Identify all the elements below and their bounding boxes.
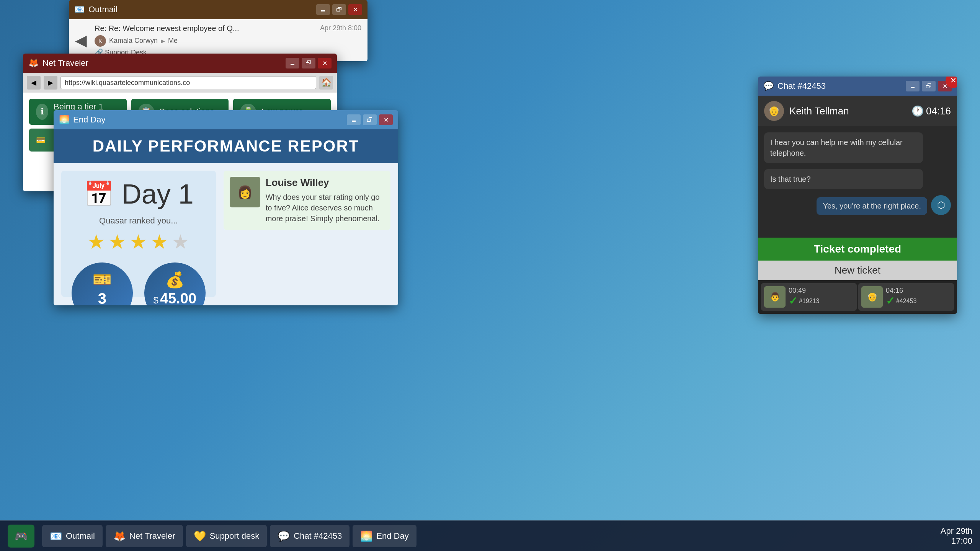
metrics-row: 🎫 3 Tickets completed 💰 $ 45.00 Income [72, 262, 206, 305]
taskbar-endday-icon: 🌅 [360, 530, 372, 542]
income-dollar: $ [154, 295, 158, 305]
endday-window: 🌅 End Day 🗕 🗗 ✕ DAILY PERFORMANCE REPORT… [54, 110, 398, 305]
star-4: ★ [150, 230, 168, 253]
ticket-1-check-icon: ✓ [789, 295, 797, 307]
testimonial-text: Why does your star rating only go to fiv… [266, 192, 384, 224]
nettraveler-minimize-btn[interactable]: 🗕 [286, 58, 299, 68]
taskbar-chat-label: Chat #42453 [294, 531, 342, 541]
report-right: 👩 Louise Willey Why does your star ratin… [224, 171, 390, 297]
taskbar-chat[interactable]: 💬 Chat #42453 [270, 525, 350, 547]
taskbar-start-btn[interactable]: 🎮 [8, 525, 34, 548]
taskbar-outmail-icon: 📧 [50, 530, 62, 542]
outmail-close-btn[interactable]: ✕ [348, 4, 362, 15]
chat-restore-btn[interactable]: 🗗 [922, 81, 936, 91]
outmail-date: Apr 29th 8:00 [320, 24, 361, 32]
nav-forward-btn[interactable]: ▶ [44, 76, 57, 90]
address-bar[interactable]: https://wiki.quasartelecommunications.co [60, 76, 316, 89]
endday-title: End Day [73, 115, 105, 125]
extra1-icon: 💳 [36, 135, 46, 145]
outmail-from: K Kamala Corwyn ▶ Me [95, 35, 361, 47]
ticket-thumb-2[interactable]: 👴 04:16 ✓ #42453 [858, 283, 954, 311]
send-icon[interactable]: ⬡ [931, 195, 951, 215]
endday-controls: 🗕 🗗 ✕ [347, 114, 393, 125]
taskbar-time: 17:00 [941, 536, 972, 546]
nettraveler-close-btn[interactable]: ✕ [318, 58, 332, 68]
chat-tickets-row: 👨 00:49 ✓ #19213 👴 04:16 ✓ #42453 [758, 280, 957, 314]
chat-title: Chat #42453 [777, 81, 826, 91]
report-title: DAILY PERFORMANCE REPORT [93, 137, 359, 155]
day-text: Day 1 [122, 178, 194, 210]
chat-complete-btn[interactable]: Ticket completed [758, 238, 957, 261]
ticket-thumb-1[interactable]: 👨 00:49 ✓ #19213 [761, 283, 857, 311]
report-header: DAILY PERFORMANCE REPORT [54, 129, 398, 163]
msg-3-text: Yes, you're at the right place. [823, 202, 921, 210]
outmail-recipient: Me [168, 37, 178, 45]
clock-icon: 🕐 [911, 105, 924, 117]
stars-display: ★ ★ ★ ★ ★ [87, 230, 189, 253]
nav-back-btn[interactable]: ◀ [27, 76, 41, 90]
taskbar-chat-icon: 💬 [278, 530, 290, 542]
msg-2-text: Is that true? [770, 175, 811, 183]
endday-restore-btn[interactable]: 🗗 [363, 114, 377, 125]
income-metric: 💰 $ 45.00 Income [144, 262, 206, 305]
ticket-1-status: ✓ #19213 [789, 295, 819, 307]
taskbar: 🎮 📧 Outmail 🦊 Net Traveler 💛 Support des… [0, 520, 980, 551]
income-amount: 45.00 [160, 290, 196, 305]
taskbar-nettraveler-icon: 🦊 [113, 530, 126, 542]
taskbar-outmail-label: Outmail [66, 531, 95, 541]
ticket-2-avatar: 👴 [861, 286, 883, 308]
star-5: ★ [172, 230, 189, 253]
chat-contact-avatar: 👴 [764, 101, 784, 121]
report-left: 📅 Day 1 Quasar ranked you... ★ ★ ★ ★ ★ 🎫… [61, 171, 216, 297]
chat-window: 💬 Chat #42453 🗕 🗗 ✕ 👴 Keith Tellman 🕐 04… [758, 77, 957, 314]
tickets-icon: 🎫 [93, 271, 112, 289]
chat-minimize-btn[interactable]: 🗕 [906, 81, 920, 91]
nettraveler-titlebar: 🦊 Net Traveler 🗕 🗗 ✕ [23, 54, 337, 73]
msg-1-text: I hear you can help me with my cellular … [770, 138, 903, 157]
url-text: https://wiki.quasartelecommunications.co [65, 79, 190, 87]
taskbar-nettraveler[interactable]: 🦊 Net Traveler [106, 525, 183, 547]
outmail-titlebar: 📧 Outmail 🗕 🗗 ✕ [69, 0, 368, 19]
outmail-content: Re: Re: Welcome newest employee of Q... … [95, 24, 361, 57]
taskbar-outmail[interactable]: 📧 Outmail [42, 525, 103, 547]
outmail-minimize-btn[interactable]: 🗕 [316, 4, 330, 15]
taskbar-support[interactable]: 💛 Support desk [186, 525, 267, 547]
chat-header: 👴 Keith Tellman 🕐 04:16 [758, 96, 957, 126]
taskbar-endday[interactable]: 🌅 End Day [353, 525, 416, 547]
day-display: 📅 Day 1 [83, 178, 194, 210]
home-btn[interactable]: 🏠 [319, 76, 333, 90]
msg-2: Is that true? [764, 169, 923, 189]
msg-1: I hear you can help me with my cellular … [764, 132, 923, 163]
outmail-restore-btn[interactable]: 🗗 [332, 4, 346, 15]
testimonial-content: Louise Willey Why does your star rating … [266, 177, 384, 224]
nettraveler-restore-btn[interactable]: 🗗 [302, 58, 315, 68]
chat-time-value: 04:16 [926, 105, 951, 117]
taskbar-endday-label: End Day [376, 531, 408, 541]
quasar-ranked-text: Quasar ranked you... [99, 216, 178, 226]
income-icon: 💰 [165, 271, 185, 289]
msg-3-row: Yes, you're at the right place. ⬡ [764, 195, 951, 215]
taskbar-date: Apr 29th [941, 526, 972, 536]
outmail-icon: 📧 [74, 5, 85, 15]
testimonial-box: 👩 Louise Willey Why does your star ratin… [224, 171, 390, 230]
outmail-back-btn[interactable]: ◀ [75, 31, 87, 49]
chat-new-ticket-btn[interactable]: New ticket [758, 261, 957, 280]
outmail-arrow-icon: ▶ [161, 38, 165, 44]
nettraveler-toolbar: ◀ ▶ https://wiki.quasartelecommunication… [23, 73, 337, 93]
endday-minimize-btn[interactable]: 🗕 [347, 114, 361, 125]
nettraveler-controls: 🗕 🗗 ✕ [286, 58, 332, 68]
ticket-2-info: 04:16 ✓ #42453 [886, 287, 916, 307]
ticket-2-time: 04:16 [886, 287, 916, 295]
ticket-1-avatar: 👨 [764, 286, 786, 308]
ticket-1-id: #19213 [799, 298, 819, 305]
endday-close-btn[interactable]: ✕ [379, 114, 393, 125]
chat-controls: 🗕 🗗 ✕ [906, 81, 952, 91]
outmail-sender-name: Kamala Corwyn [109, 37, 158, 45]
star-3: ★ [129, 230, 147, 253]
ticket-2-id: #42453 [896, 298, 916, 305]
income-row: $ 45.00 [154, 290, 196, 305]
chat-titlebar: 💬 Chat #42453 🗕 🗗 ✕ [758, 77, 957, 96]
ticket-1-info: 00:49 ✓ #19213 [789, 287, 819, 307]
star-2: ★ [108, 230, 126, 253]
outmail-window: 📧 Outmail 🗕 🗗 ✕ ◀ Re: Re: Welcome newest… [69, 0, 368, 61]
